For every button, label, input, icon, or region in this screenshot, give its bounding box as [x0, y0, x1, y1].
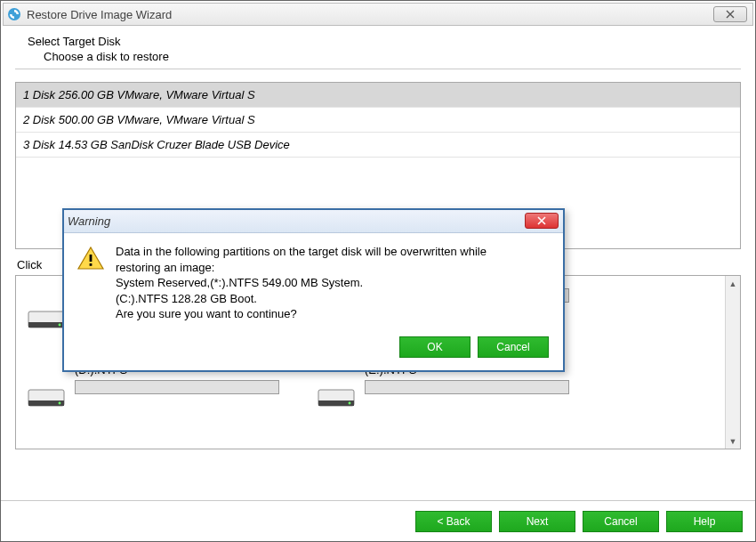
dialog-line: (C:).NTFS 128.28 GB Boot. [116, 291, 487, 307]
partition-usage-bar [75, 380, 279, 394]
back-button[interactable]: < Back [415, 511, 492, 532]
drive-icon [27, 303, 66, 335]
wizard-step-title: Select Target Disk [28, 35, 728, 48]
help-button[interactable]: Help [666, 511, 743, 532]
drive-icon [27, 381, 66, 413]
warning-icon [76, 246, 105, 271]
svg-point-12 [349, 402, 351, 405]
dialog-title: Warning [68, 214, 110, 228]
dialog-line: Are you sure you want to continue? [116, 306, 487, 322]
svg-point-3 [59, 324, 61, 327]
dialog-titlebar: Warning [64, 210, 563, 233]
dialog-close-button[interactable] [525, 213, 559, 229]
disk-row[interactable]: 1 Disk 256.00 GB VMware, VMware Virtual … [16, 83, 740, 108]
disk-row[interactable]: 3 Disk 14.53 GB SanDisk Cruzer Blade USB… [16, 133, 740, 158]
wizard-step-subtitle: Choose a disk to restore [28, 50, 728, 63]
window-title: Restore Drive Image Wizard [27, 8, 172, 21]
wizard-footer: < Back Next Cancel Help [1, 500, 755, 541]
dialog-footer: OK Cancel [64, 328, 563, 370]
scroll-up-icon[interactable]: ▲ [726, 276, 740, 291]
dialog-cancel-button[interactable]: Cancel [478, 336, 549, 358]
svg-rect-15 [90, 263, 92, 266]
svg-rect-14 [90, 255, 92, 262]
app-icon [7, 7, 21, 21]
window-close-button[interactable] [713, 6, 747, 22]
scrollbar[interactable]: ▲ ▼ [725, 276, 740, 449]
partition-usage-bar [365, 380, 569, 394]
dialog-message: Data in the following partitions on the … [116, 244, 487, 322]
warning-dialog: Warning Data in the following partitions… [62, 208, 565, 372]
wizard-header: Select Target Disk Choose a disk to rest… [15, 26, 741, 69]
disk-row[interactable]: 2 Disk 500.00 GB VMware, VMware Virtual … [16, 108, 740, 133]
ok-button[interactable]: OK [399, 336, 470, 358]
cancel-button[interactable]: Cancel [583, 511, 659, 532]
dialog-line: Data in the following partitions on the … [116, 244, 487, 260]
svg-point-9 [59, 402, 61, 405]
dialog-line: System Reserved,(*:).NTFS 549.00 MB Syst… [116, 275, 487, 291]
next-button[interactable]: Next [499, 511, 575, 532]
scroll-down-icon[interactable]: ▼ [726, 433, 740, 449]
drive-icon [317, 381, 356, 413]
window-titlebar: Restore Drive Image Wizard [3, 3, 753, 26]
dialog-line: restoring an image: [116, 260, 487, 276]
